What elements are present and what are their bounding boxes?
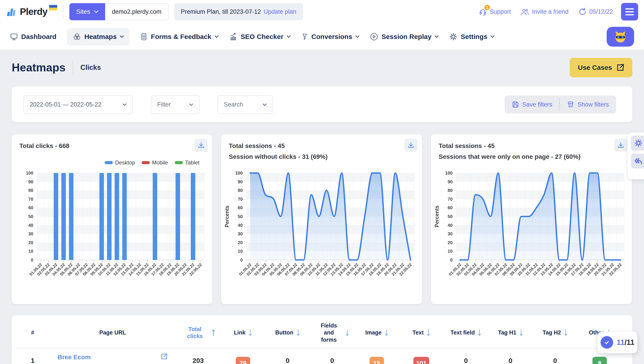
count-badge: 101: [414, 357, 430, 364]
svg-text:70: 70: [28, 197, 33, 202]
use-cases-button[interactable]: Use Cases: [570, 58, 632, 77]
progress-card: 11/11: [598, 332, 637, 353]
table-header-tag-h2[interactable]: Tag H2: [533, 329, 577, 336]
main-nav: Dashboard Heatmaps Forms & Feedback: [0, 24, 644, 50]
area-chart-sessions-without-clicks[interactable]: 010203040506070809010001.05.2202.05.2203…: [221, 168, 422, 303]
svg-text:0: 0: [240, 258, 243, 262]
svg-text:100: 100: [26, 170, 33, 176]
reply-all-icon: [634, 156, 643, 166]
document-icon: [140, 33, 148, 41]
metric-value-3: 15: [354, 352, 399, 364]
svg-text:70: 70: [238, 197, 243, 202]
sort-down-icon: [296, 329, 300, 336]
download-chart-button[interactable]: [194, 139, 208, 152]
filters-actions: Save filters Show filters: [504, 96, 616, 114]
legend-item-desktop[interactable]: Desktop: [105, 160, 135, 166]
nav-item-forms-feedback[interactable]: Forms & Feedback: [140, 33, 218, 41]
chart-subtitle: Sessions that were only on one page - 27…: [439, 153, 580, 160]
row-index: 1: [16, 352, 50, 364]
metric-value-7: 0: [533, 352, 577, 364]
nav-item-settings[interactable]: Settings: [449, 32, 494, 41]
svg-text:60: 60: [448, 205, 452, 210]
support-link[interactable]: 1 Support: [479, 8, 511, 16]
plan-pill: Premium Plan, till 2023-07-12 Update pla…: [174, 3, 303, 20]
metric-value-5: 0: [444, 352, 488, 364]
svg-text:80: 80: [238, 188, 243, 193]
nav-item-heatmaps[interactable]: Heatmaps: [67, 28, 130, 46]
legend-item-tablet[interactable]: Tablet: [175, 160, 200, 166]
download-icon: [408, 142, 414, 149]
monitor-icon: [10, 33, 18, 41]
reply-back-button[interactable]: [631, 154, 644, 168]
metric-value-2: 0: [310, 352, 354, 364]
sort-up-icon: [212, 329, 215, 336]
svg-text:80: 80: [28, 188, 33, 193]
table-header-text-field[interactable]: Text field: [444, 329, 488, 336]
chevron-down-icon: [434, 35, 439, 38]
hamburger-menu-button[interactable]: [621, 3, 638, 20]
bar-chart-total-clicks[interactable]: 010203040506070809010001.05.2202.05.2203…: [12, 168, 212, 303]
sort-down-icon: [346, 329, 349, 336]
search-select[interactable]: Search: [218, 95, 273, 114]
nav-item-conversions[interactable]: Conversions: [301, 33, 360, 41]
topbar: Plerdy Sites demo2.plerdy.com Premium Pl…: [0, 0, 644, 24]
download-chart-button[interactable]: [614, 139, 627, 152]
invite-friend-link[interactable]: Invite a friend: [521, 8, 568, 16]
chart-title: Total sessions - 45: [229, 142, 284, 150]
chevron-down-icon: [189, 104, 193, 106]
sites-button[interactable]: Sites: [69, 3, 105, 20]
external-link-icon[interactable]: [161, 353, 168, 362]
legend-swatch-tablet: [175, 161, 183, 164]
chart-card-sessions-without-clicks: Total sessions - 45 Session without clic…: [221, 134, 422, 304]
table-header-image[interactable]: Image: [354, 329, 399, 336]
table-header-button[interactable]: Button: [265, 329, 310, 336]
count-badge: 79: [236, 357, 250, 364]
chart-card-one-page-sessions: Total sessions - 45 Sessions that were o…: [431, 134, 632, 304]
cat-avatar-icon: [614, 30, 627, 44]
svg-text:90: 90: [448, 179, 452, 184]
nav-item-seo-checker[interactable]: SEO Checker: [229, 32, 291, 41]
download-chart-button[interactable]: [404, 139, 418, 152]
sort-down-icon: [478, 329, 481, 336]
chevron-down-icon: [287, 35, 291, 38]
chart-card-total-clicks: Total clicks - 668 Desktop Mobile Tablet…: [12, 134, 212, 304]
table-header-tag-h1[interactable]: Tag H1: [488, 329, 533, 336]
table-header-text[interactable]: Text: [399, 329, 444, 336]
svg-text:10: 10: [448, 249, 452, 254]
chevron-down-icon: [122, 104, 126, 106]
current-domain[interactable]: demo2.plerdy.com: [105, 3, 169, 20]
sort-down-icon: [564, 329, 568, 336]
download-icon: [198, 142, 204, 149]
metric-value-6: 0: [488, 352, 533, 364]
refresh-icon: [578, 8, 586, 16]
date-range-select[interactable]: 2022-05-01 — 2022-05-22: [24, 95, 133, 114]
refresh-date[interactable]: 05/12/22: [578, 8, 613, 16]
filter-select[interactable]: Filter: [151, 95, 200, 114]
svg-text:60: 60: [238, 205, 243, 210]
update-plan-link[interactable]: Update plan: [264, 8, 296, 15]
nav-item-dashboard[interactable]: Dashboard: [10, 33, 56, 41]
table-header-fields-and-forms[interactable]: Fields and forms: [310, 322, 354, 343]
show-filters-button[interactable]: Show filters: [560, 101, 616, 108]
chart-title: Total clicks - 668: [19, 142, 69, 150]
table-header-total-clicks[interactable]: Total clicks: [176, 326, 221, 340]
floppy-save-icon: [512, 101, 519, 108]
nav-item-session-replay[interactable]: Session Replay: [370, 32, 439, 41]
plerdy-logo[interactable]: Plerdy: [6, 4, 57, 19]
play-circle-icon: [370, 32, 378, 41]
people-icon: [521, 8, 530, 16]
page-link[interactable]: Bree Ecom: [58, 354, 90, 361]
legend-item-mobile[interactable]: Mobile: [142, 160, 168, 166]
widget-settings-button[interactable]: [631, 136, 644, 150]
save-filters-button[interactable]: Save filters: [504, 101, 560, 108]
legend-swatch-desktop: [105, 161, 113, 164]
chart-legend: Desktop Mobile Tablet: [105, 160, 200, 166]
user-avatar[interactable]: [606, 27, 634, 47]
site-selector: Sites demo2.plerdy.com: [69, 3, 168, 20]
area-chart-one-page-sessions[interactable]: 010203040506070809010001.05.2202.05.2203…: [431, 168, 632, 303]
svg-text:10: 10: [238, 249, 243, 254]
svg-text:30: 30: [238, 231, 243, 236]
filter-bar: 2022-05-01 — 2022-05-22 Filter Search: [12, 86, 632, 122]
table-header-link[interactable]: Link: [221, 329, 265, 336]
metric-value-0: 79: [221, 352, 265, 364]
